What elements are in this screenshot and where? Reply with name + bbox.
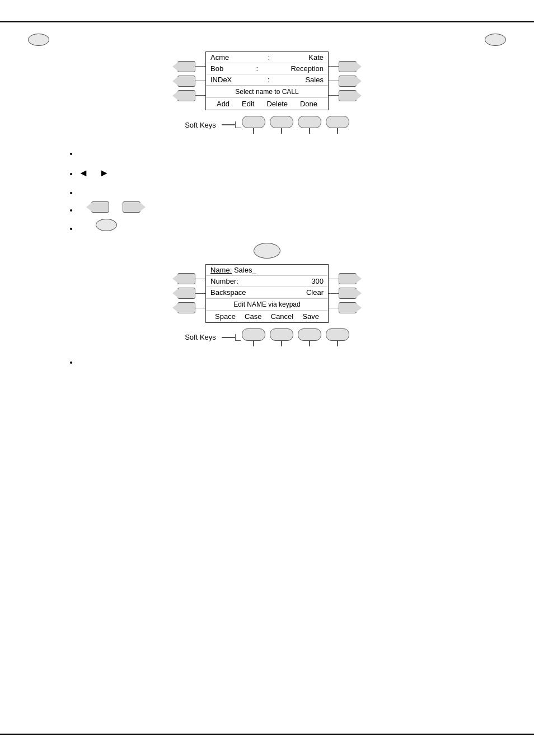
screen2-number-label: Number: [210,277,238,285]
right-linekey2-3[interactable] [339,302,357,313]
middle-nav-oval[interactable] [254,243,280,259]
left-arrow-icon[interactable]: ◄ [78,167,88,179]
right-key-row-2 [329,76,357,87]
screen2-name-label: Name: Sales_ [210,266,256,274]
screen1-status: Select name to CALL [206,86,328,97]
right-line-keys [329,61,357,101]
inline-nav-oval[interactable] [96,219,117,231]
screen1-right-3: Sales [305,76,324,84]
screen1-btn-done[interactable]: Done [300,100,317,108]
screen1-row-3: INDeX : Sales [206,74,328,86]
final-bullet-section [34,358,517,367]
left-linekey2-1[interactable] [177,273,195,284]
middle-oval-row [17,243,517,259]
screen2-btn-case[interactable]: Case [245,312,261,321]
softkeys-bracket-2 [235,334,241,341]
bottom-rule [0,734,534,735]
connector2-left-3 [195,308,205,309]
left-key-row-2 [177,76,205,87]
connector-left-3 [195,95,205,96]
right-linekey-2[interactable] [339,76,357,87]
softkey-2-cancel[interactable] [298,328,321,346]
softkeys-label-1: Soft Keys [185,121,216,129]
right-linekey2-2[interactable] [339,288,357,299]
screen2-clear-label[interactable]: Clear [306,288,324,297]
connector-right-1 [329,66,339,67]
screen1-row-2: Bob : Reception [206,63,328,74]
screen2-buttons-row: Space Case Cancel Save [206,310,328,322]
screen1-sep-2: : [256,64,258,73]
softkeys-group-1 [242,116,349,134]
softkey-2-save[interactable] [326,328,349,346]
left-key2-row-1 [177,273,205,284]
top-left-nav-oval[interactable] [28,34,49,46]
connector2-left-2 [195,293,205,294]
softkey-1-delete[interactable] [298,116,321,134]
softkeys-bracket-1 [235,121,241,128]
softkey-1-done[interactable] [326,116,349,134]
right-linekey-1[interactable] [339,61,357,72]
screen1-left-2: Bob [210,64,223,73]
left-linekey-1[interactable] [177,61,195,72]
screen2-btn-cancel[interactable]: Cancel [271,312,293,321]
left-linekey2-3[interactable] [177,302,195,313]
screen2-name-underline: Name: [210,266,232,274]
connector2-right-3 [329,308,339,309]
softkeys-group-2 [242,328,349,346]
top-right-nav-oval[interactable] [485,34,506,46]
left-line-keys-2 [177,273,205,313]
connector2-right-2 [329,293,339,294]
right-key-row-1 [329,61,357,72]
right-key2-row-1 [329,273,357,284]
bullet-item-3 [78,184,517,201]
right-arrow-icon[interactable]: ► [99,167,109,179]
screen2-backspace-label[interactable]: Backspace [210,288,246,297]
right-linekey2-1[interactable] [339,273,357,284]
bullet-list: ◄ ► [78,145,517,237]
left-key-row-3 [177,90,205,101]
left-line-keys [177,61,205,101]
screen1-row-1: Acme : Kate [206,52,328,63]
screen2-row-1: Name: Sales_ [206,265,328,276]
screen1-right-2: Reception [291,64,324,73]
softkey-1-edit[interactable] [270,116,293,134]
inline-linekey-left[interactable] [91,201,109,213]
phone-screen-1: Acme : Kate Bob : Reception INDeX : Sale… [205,51,329,110]
inline-linekey-right[interactable] [123,201,140,213]
softkeys-label-2: Soft Keys [185,333,216,341]
softkey-1-add[interactable] [242,116,265,134]
left-linekey-2[interactable] [177,76,195,87]
softkey-2-case[interactable] [270,328,293,346]
screen1-left-3: INDeX [210,76,232,84]
screen2-number-value: 300 [311,277,324,285]
screen1-btn-add[interactable]: Add [217,100,229,108]
screen1-btn-delete[interactable]: Delete [266,100,288,108]
phone-screen-2: Name: Sales_ Number: 300 Backspace Clear… [205,264,329,323]
screen1-sep-3: : [268,76,270,84]
softkey-2-space[interactable] [242,328,265,346]
screen2-row-2: Number: 300 [206,276,328,287]
left-linekey-3[interactable] [177,90,195,101]
left-key-row-1 [177,61,205,72]
diagram2-section: Name: Sales_ Number: 300 Backspace Clear… [17,264,517,346]
connector-left-2 [195,81,205,82]
connector-left-1 [195,66,205,67]
connector-right-2 [329,81,339,82]
connector2-left-1 [195,279,205,280]
bullet-item-2: ◄ ► [78,162,517,185]
bullet-item-1 [78,145,517,162]
bullet-section: ◄ ► [34,145,517,237]
bullet-item-4 [78,201,517,219]
screen1-buttons-row: Add Edit Delete Done [206,97,328,110]
right-line-keys-2 [329,273,357,313]
final-bullet-list [78,358,517,367]
right-linekey-3[interactable] [339,90,357,101]
left-key2-row-3 [177,302,205,313]
screen2-btn-space[interactable]: Space [215,312,236,321]
screen1-sep-1: : [268,53,270,62]
left-linekey2-2[interactable] [177,288,195,299]
screen2-row-3: Backspace Clear [206,287,328,298]
screen1-left-1: Acme [210,53,229,62]
screen1-btn-edit[interactable]: Edit [242,100,254,108]
screen2-btn-save[interactable]: Save [302,312,319,321]
